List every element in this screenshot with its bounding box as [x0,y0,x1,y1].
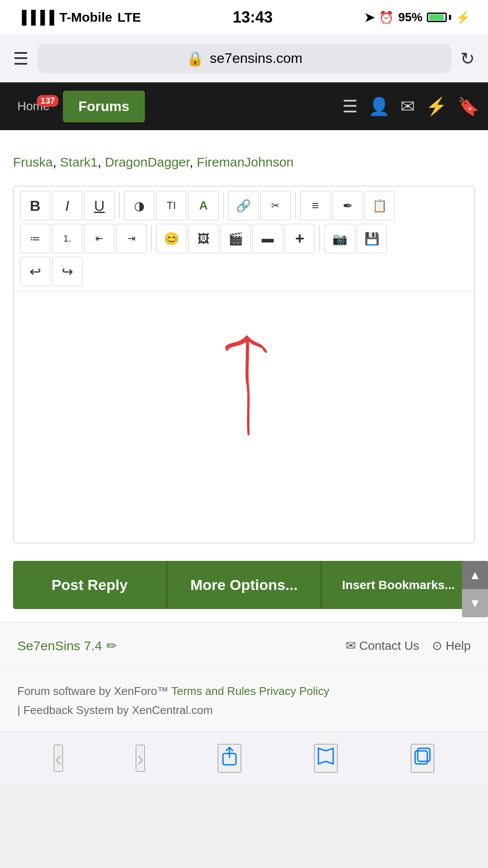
back-button[interactable]: ‹ [54,745,63,772]
feedback-system-text: | Feedback System by XenCentral.com [17,704,213,717]
action-row: Post Reply More Options... Insert Bookma… [13,561,475,622]
align-button[interactable]: ≡ [300,191,331,220]
browser-menu-icon[interactable]: ☰ [13,49,29,69]
font-button[interactable]: A [188,191,219,220]
text-style-button[interactable]: TI [156,191,187,220]
messages-icon[interactable]: ✉ [400,96,415,116]
editor-toolbar: B I U ◑ TI A 🔗 ✂ ≡ ✒ 📋 ≔ 1. ⇤ ⇥ [14,187,474,291]
user-link-dragondagger[interactable]: DragonDagger [105,155,190,169]
clock: 13:43 [233,8,273,26]
bold-button[interactable]: B [20,191,50,220]
nav-bar: 137 Home Forums ☰ 👤 ✉ ⚡ 🔖 [0,82,488,130]
scroll-up-button[interactable]: ▲ [462,561,488,589]
underline-button[interactable]: U [84,191,115,220]
toolbar-sep-1 [119,193,120,219]
footer-links: ✉ Contact Us ⊙ Help [346,639,471,653]
terms-link-container: Terms and Rules [171,685,259,698]
numbered-list-button[interactable]: 1. [52,224,82,253]
network-type: LTE [118,10,141,25]
user-link-fruska[interactable]: Fruska [13,155,53,169]
editor-body[interactable] [14,291,474,543]
forums-label: Forums [79,98,129,114]
charging-icon: ⚡ [455,10,471,25]
alerts-icon[interactable]: ⚡ [426,96,447,117]
unlink-button[interactable]: ✂ [260,191,291,220]
forward-button[interactable]: › [136,745,145,772]
brand-info: Se7enSins 7.4 ✏ [17,638,117,653]
ios-bottom-bar: ‹ › [0,732,488,784]
alarm-icon: ⏰ [379,10,394,25]
reply-editor: B I U ◑ TI A 🔗 ✂ ≡ ✒ 📋 ≔ 1. ⇤ ⇥ [13,186,475,544]
location-icon: ➤ [364,10,374,25]
toolbar-sep-2 [223,193,224,219]
scroll-controls: ▲ ▼ [462,561,488,617]
highlight-button[interactable]: ◑ [124,191,154,220]
carrier-info: ▐▐▐▐ T-Mobile LTE [17,10,141,25]
more-button[interactable]: + [285,224,315,253]
help-icon: ⊙ [432,639,442,653]
save-draft-button[interactable]: 💾 [357,224,387,253]
content-area: Fruska, Stark1, DragonDagger, FiremanJoh… [0,130,488,622]
footer-top: Se7enSins 7.4 ✏ ✉ Contact Us ⊙ Help [0,622,488,669]
signal-icon: ▐▐▐▐ [17,10,54,25]
forums-nav-item[interactable]: Forums [63,91,145,122]
battery-area: ➤ ⏰ 95% ⚡ [364,10,471,25]
help-link[interactable]: ⊙ Help [432,639,471,653]
hamburger-menu-icon[interactable]: ☰ [342,96,358,116]
outdent-button[interactable]: ⇤ [84,224,115,253]
emoji-button[interactable]: 😊 [156,224,187,253]
contact-us-link[interactable]: ✉ Contact Us [346,639,419,653]
undo-button[interactable]: ↩ [20,257,50,286]
toolbar-row-1: B I U ◑ TI A 🔗 ✂ ≡ ✒ 📋 [20,191,468,220]
home-nav-item[interactable]: 137 Home [9,95,59,118]
bullet-list-button[interactable]: ≔ [20,224,50,253]
battery-icon [427,13,451,22]
tabs-button[interactable] [411,744,434,773]
url-bar[interactable]: 🔒 se7ensins.com [37,44,452,73]
spoiler-button[interactable]: ▬ [252,224,283,253]
lock-icon: 🔒 [187,50,204,67]
reload-button[interactable]: ↻ [460,49,475,69]
reading-list-button[interactable] [314,744,337,773]
bookmark-nav-icon[interactable]: 🔖 [458,96,479,117]
toolbar-row-2: ≔ 1. ⇤ ⇥ 😊 🖼 🎬 ▬ + 📷 💾 [20,224,468,253]
camera-button[interactable]: 📷 [324,224,355,253]
toolbar-row-3: ↩ ↪ [20,257,468,286]
privacy-link-container: Privacy Policy [259,685,329,698]
forum-software-text: Forum software by XenForo™ [17,685,168,698]
status-bar: ▐▐▐▐ T-Mobile LTE 13:43 ➤ ⏰ 95% ⚡ [0,0,488,35]
image-button[interactable]: 🖼 [188,224,219,253]
user-link-stark1[interactable]: Stark1 [60,155,98,169]
users-strip: Fruska, Stark1, DragonDagger, FiremanJoh… [13,143,475,186]
redo-button[interactable]: ↪ [52,257,82,286]
more-options-button[interactable]: More Options... [167,561,322,609]
document-button[interactable]: 📋 [364,191,395,220]
post-reply-button[interactable]: Post Reply [13,561,167,609]
brand-name: Se7enSins 7.4 [17,639,102,653]
toolbar-sep-3 [295,193,296,219]
toolbar-sep-5 [319,226,320,252]
indent-button[interactable]: ⇥ [116,224,147,253]
notification-badge: 137 [37,95,58,107]
insert-bookmarks-button[interactable]: Insert Bookmarks... [322,561,475,609]
scroll-down-button[interactable]: ▼ [462,589,488,617]
user-icon[interactable]: 👤 [368,96,390,117]
envelope-icon: ✉ [346,639,356,653]
share-button[interactable] [218,744,241,773]
privacy-policy-link[interactable]: Privacy Policy [259,685,329,698]
link-button[interactable]: 🔗 [228,191,259,220]
user-link-firemanjohnson[interactable]: FiremanJohnson [197,155,294,169]
nav-icons: ☰ 👤 ✉ ⚡ 🔖 [342,96,479,117]
edit-icon: ✏ [106,638,117,653]
pen-button[interactable]: ✒ [332,191,363,220]
media-button[interactable]: 🎬 [220,224,251,253]
battery-percent: 95% [398,10,422,24]
terms-link[interactable]: Terms and Rules [171,685,256,698]
url-text: se7ensins.com [210,50,302,66]
red-arrow-drawing [210,304,288,446]
footer-bottom: Forum software by XenForo™ Terms and Rul… [0,669,488,732]
browser-chrome: ☰ 🔒 se7ensins.com ↻ [0,35,488,82]
carrier-name: T-Mobile [59,10,112,25]
italic-button[interactable]: I [52,191,82,220]
toolbar-sep-4 [151,226,152,252]
